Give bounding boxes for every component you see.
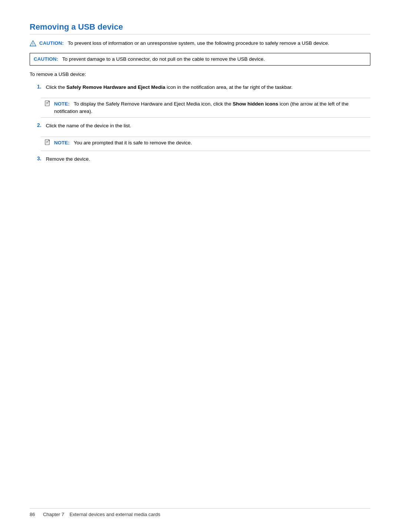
step-3: 3. Remove the device.	[37, 155, 370, 167]
note-block-1: NOTE: To display the Safely Remove Hardw…	[41, 98, 370, 118]
note-1-text: NOTE: To display the Safely Remove Hardw…	[54, 100, 367, 116]
note-1-bold: Show hidden icons	[233, 101, 278, 107]
note-block-2: NOTE: You are prompted that it is safe t…	[41, 137, 370, 151]
step-1-bold: Safely Remove Hardware and Eject Media	[66, 84, 165, 90]
step-3-text: Remove the device.	[46, 155, 90, 163]
note-2-text: NOTE: You are prompted that it is safe t…	[54, 139, 192, 147]
caution-text-1: CAUTION: To prevent loss of information …	[39, 40, 329, 47]
note-icon-1	[44, 100, 51, 110]
note-icon-2	[44, 139, 51, 148]
caution-block-1: ! CAUTION: To prevent loss of informatio…	[30, 40, 370, 48]
title-divider	[30, 34, 370, 34]
step-1-number: 1.	[37, 84, 41, 95]
svg-text:!: !	[32, 42, 33, 46]
note-1-label: NOTE:	[54, 101, 70, 107]
footer-page-number: 86	[30, 512, 35, 517]
footer-chapter: Chapter 7	[43, 512, 64, 517]
caution-body-1: To prevent loss of information or an unr…	[68, 40, 329, 46]
page-footer: 86 Chapter 7 External devices and extern…	[30, 508, 370, 517]
note-2-label: NOTE:	[54, 140, 70, 145]
caution-triangle-icon: !	[30, 40, 36, 48]
intro-text: To remove a USB device:	[30, 71, 370, 78]
caution-box-2: CAUTION: To prevent damage to a USB conn…	[30, 53, 370, 66]
caution-label-2: CAUTION:	[34, 56, 58, 62]
step-2-number: 2.	[37, 122, 41, 133]
caution-label-1: CAUTION:	[39, 40, 64, 46]
caution-body-2: To prevent damage to a USB connector, do…	[62, 56, 265, 62]
step-1-text: Click the Safely Remove Hardware and Eje…	[46, 84, 293, 91]
step-2: 2. Click the name of the device in the l…	[37, 122, 370, 133]
note-2-body: You are prompted that it is safe to remo…	[74, 140, 192, 145]
step-2-text: Click the name of the device in the list…	[46, 122, 131, 130]
step-1: 1. Click the Safely Remove Hardware and …	[37, 84, 370, 95]
footer-chapter-title: External devices and external media card…	[70, 512, 160, 517]
step-3-number: 3.	[37, 155, 41, 167]
page-title: Removing a USB device	[30, 22, 370, 32]
